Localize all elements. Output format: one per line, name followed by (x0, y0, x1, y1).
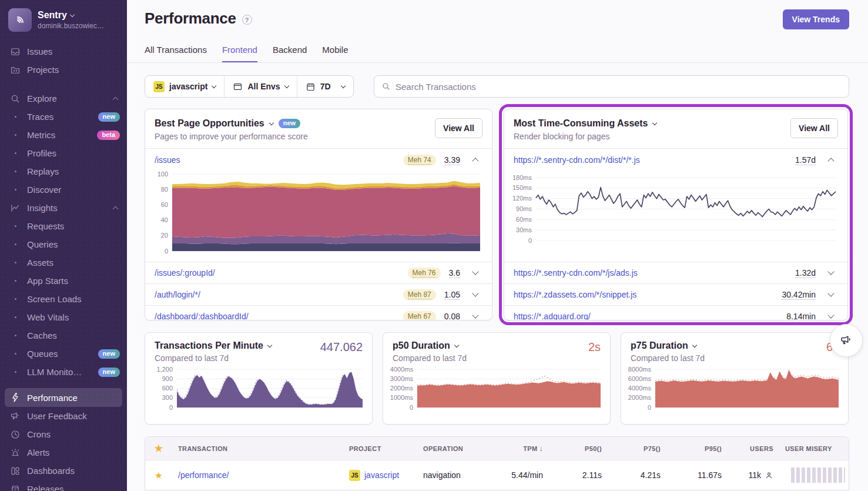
sidebar-item-issues[interactable]: Issues (0, 42, 127, 61)
main-content: Performance ? View Trends All Transactio… (127, 0, 868, 491)
sidebar-item-llm-monitoring[interactable]: LLM Monito… new (0, 363, 127, 381)
sidebar-item-replays[interactable]: Replays (0, 162, 127, 181)
project-filter[interactable]: JS javascript (145, 76, 224, 97)
project-link[interactable]: javascript (364, 470, 399, 480)
page-link[interactable]: /issues (155, 155, 403, 165)
sidebar-item-screen-loads[interactable]: Screen Loads (0, 290, 127, 308)
sidebar-item-insights[interactable]: Insights (0, 199, 127, 217)
sidebar-item-explore[interactable]: Explore (0, 89, 127, 108)
panel-title-dropdown[interactable]: Transactions Per Minute (155, 340, 272, 351)
col-p75[interactable]: P75() (608, 445, 666, 452)
row-value: 1.57d (795, 155, 816, 165)
sidebar-item-projects[interactable]: Projects (0, 61, 127, 79)
sidebar-item-label: Traces (27, 112, 92, 122)
asset-row-expanded: https://*.sentry-cdn.com/*/dist/*/*.js 1… (504, 149, 847, 171)
tab-frontend[interactable]: Frontend (222, 45, 257, 63)
sidebar-item-label: Explore (27, 93, 108, 103)
help-icon[interactable]: ? (242, 15, 252, 25)
col-p50[interactable]: P50() (549, 445, 608, 452)
sidebar-item-metrics[interactable]: Metrics beta (0, 126, 127, 144)
sidebar-item-queues[interactable]: Queues new (0, 345, 127, 363)
star-icon[interactable]: ★ (145, 443, 172, 454)
expand-row-button[interactable] (468, 272, 482, 274)
environment-filter[interactable]: All Envs (224, 76, 296, 97)
col-users[interactable]: USERS (728, 445, 779, 452)
p75-cell: 4.21s (608, 470, 666, 480)
col-transaction[interactable]: TRANSACTION (172, 445, 343, 452)
tab-backend[interactable]: Backend (273, 45, 307, 63)
panel-title-dropdown[interactable]: Best Page Opportunities new (155, 118, 435, 129)
col-tpm-sorted[interactable]: TPM↓ (485, 445, 549, 453)
chevron-down-icon (269, 121, 273, 125)
asset-link[interactable]: https://*.sentry-cdn.com/*/dist/*/*.js (514, 155, 795, 165)
chevron-up-icon[interactable] (113, 206, 119, 212)
panel-title-dropdown[interactable]: p75 Duration (631, 340, 696, 351)
svg-text:0: 0 (165, 248, 168, 255)
sidebar-item-app-starts[interactable]: App Starts (0, 272, 127, 290)
svg-text:180ms: 180ms (512, 175, 532, 181)
search-transactions-input[interactable] (396, 82, 842, 92)
col-operation[interactable]: OPERATION (417, 445, 485, 452)
tab-mobile[interactable]: Mobile (322, 45, 348, 63)
expand-row-button[interactable] (468, 315, 482, 318)
chevron-up-icon (827, 158, 834, 164)
sidebar-item-traces[interactable]: Traces new (0, 108, 127, 126)
asset-link[interactable]: https://*.zdassets.com/*/snippet.js (514, 290, 782, 299)
panel-title-dropdown[interactable]: p50 Duration (393, 340, 458, 351)
transaction-link[interactable]: /performance/ (178, 470, 229, 480)
page-link[interactable]: /issues/:groupId/ (155, 268, 408, 278)
page-link[interactable]: /auth/login/*/ (155, 290, 403, 299)
expand-row-button[interactable] (824, 272, 838, 274)
sidebar-item-dashboards[interactable]: Dashboards (0, 462, 127, 480)
svg-text:30ms: 30ms (516, 226, 532, 233)
feedback-button[interactable] (830, 324, 863, 357)
chevron-down-icon (472, 268, 478, 275)
sidebar-item-crons[interactable]: Crons (0, 425, 127, 443)
bullet-icon (9, 166, 21, 178)
score-badge: Meh 67 (403, 311, 436, 321)
javascript-platform-icon: JS (153, 81, 165, 92)
sidebar-item-user-feedback[interactable]: User Feedback (0, 407, 127, 425)
asset-link[interactable]: https://*.sentry-cdn.com/*/js/ads.js (514, 268, 795, 278)
chevron-down-icon (70, 12, 75, 16)
panel-title-dropdown[interactable]: Most Time-Consuming Assets (514, 118, 790, 129)
expand-row-button[interactable] (824, 315, 838, 318)
col-p95[interactable]: P95() (666, 445, 728, 452)
chevron-up-icon[interactable] (113, 96, 119, 102)
sidebar-item-caches[interactable]: Caches (0, 326, 127, 345)
date-range-filter[interactable]: 7D (297, 76, 353, 97)
sidebar-item-performance[interactable]: Performance (5, 388, 122, 407)
metric-value: 447.062 (320, 340, 363, 354)
sidebar-item-requests[interactable]: Requests (0, 217, 127, 235)
star-icon[interactable]: ★ (145, 470, 172, 481)
org-switcher[interactable]: Sentry dominik.buszowiec… (0, 0, 127, 38)
expand-row-button[interactable] (824, 293, 838, 296)
col-project[interactable]: PROJECT (343, 445, 417, 452)
page-row-expanded: /issues Meh 74 3.39 (145, 149, 492, 171)
p95-cell: 11.67s (666, 470, 728, 480)
sidebar-item-web-vitals[interactable]: Web Vitals (0, 308, 127, 326)
sidebar-item-releases[interactable]: Releases (0, 480, 127, 491)
svg-text:0: 0 (528, 237, 532, 244)
user-misery-bar (791, 467, 845, 483)
sidebar-item-assets[interactable]: Assets (0, 253, 127, 272)
page-link[interactable]: /dashboard/:dashboardId/ (155, 312, 403, 320)
page-row: /dashboard/:dashboardId/ Meh 67 0.08 (145, 305, 492, 320)
sort-desc-icon: ↓ (539, 445, 543, 453)
user-misery-cell (779, 467, 849, 483)
view-all-button[interactable]: View All (435, 118, 482, 138)
view-trends-button[interactable]: View Trends (783, 9, 849, 29)
siren-icon (9, 447, 21, 459)
asset-link[interactable]: https://*.adguard.org/ (514, 312, 786, 320)
sidebar-item-alerts[interactable]: Alerts (0, 443, 127, 462)
operation-cell: navigation (417, 470, 485, 480)
sidebar-item-queries[interactable]: Queries (0, 235, 127, 253)
view-all-button[interactable]: View All (790, 118, 838, 138)
expand-row-button[interactable] (468, 293, 482, 296)
collapse-row-button[interactable] (468, 157, 482, 163)
collapse-row-button[interactable] (824, 157, 838, 163)
sidebar-item-discover[interactable]: Discover (0, 181, 127, 199)
col-user-misery[interactable]: USER MISERY (779, 445, 849, 452)
sidebar-item-profiles[interactable]: Profiles (0, 144, 127, 162)
tab-all-transactions[interactable]: All Transactions (145, 45, 207, 63)
